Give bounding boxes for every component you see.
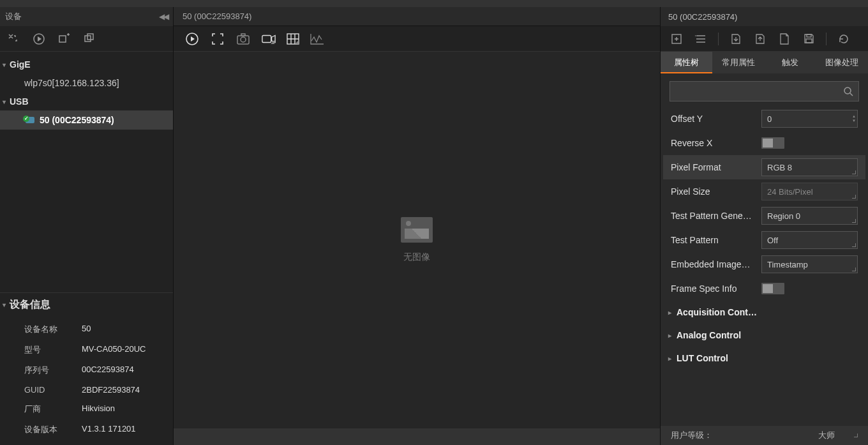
device-item-50[interactable]: 50 (00C22593874) (0, 110, 173, 130)
toggle[interactable] (761, 283, 784, 294)
combo-box[interactable]: Off (761, 231, 858, 249)
waveform-icon[interactable] (310, 32, 324, 46)
device-info-value: 2BDF22593874 (82, 385, 140, 395)
toggle[interactable] (761, 137, 784, 149)
right-panel-title: 50 (00C22593874) (668, 12, 737, 22)
property-label: Embedded Image… (671, 259, 761, 269)
fullscreen-icon[interactable] (211, 32, 225, 46)
svg-rect-1 (59, 36, 66, 42)
device-info-label: 设备版本 (24, 424, 82, 435)
search-icon[interactable] (843, 86, 853, 96)
device-info-label: 序列号 (24, 365, 82, 376)
collapse-left-icon[interactable]: ◀◀ (159, 12, 168, 21)
property-search[interactable] (670, 81, 859, 102)
export-config-icon[interactable] (753, 32, 767, 46)
device-info-label: 厂商 (24, 404, 82, 415)
user-level-value[interactable]: 大师 (818, 430, 835, 441)
resize-handle-icon (852, 243, 856, 247)
svg-point-11 (695, 35, 696, 36)
property-label: Reverse X (671, 138, 761, 148)
property-label: Test Pattern Gene… (671, 211, 761, 221)
device-item-wlp7s0[interactable]: wlp7s0[192.168.123.36] (0, 73, 173, 93)
play-device-icon[interactable] (32, 32, 46, 46)
device-info-label: 型号 (24, 344, 82, 356)
dropdown-corner-icon[interactable]: ◢ (295, 39, 299, 45)
no-image-text: 无图像 (403, 252, 430, 263)
chevron-down-icon: ▾ (3, 61, 6, 68)
svg-point-7 (241, 37, 246, 42)
property-row: Reverse X (663, 131, 865, 155)
expand-all-icon[interactable] (670, 32, 684, 46)
add-device-icon[interactable] (57, 32, 71, 46)
device-info-label: 设备名称 (24, 324, 82, 335)
property-row: Test Pattern Gene…Region 0 (663, 204, 865, 228)
refresh-icon[interactable] (837, 32, 851, 46)
device-info-row: GUID2BDF22593874 (24, 381, 165, 399)
property-search-input[interactable] (675, 87, 843, 96)
device-group-usb[interactable]: ▾USB (0, 93, 173, 110)
property-group[interactable]: ▸Acquisition Cont… (663, 301, 865, 324)
auto-detect-icon[interactable] (6, 32, 20, 46)
device-tree: ▾GigE wlp7s0[192.168.123.36] ▾USB 50 (00… (0, 52, 173, 292)
tab-常用属性[interactable]: 常用属性 (712, 52, 764, 73)
dropdown-corner-icon[interactable]: ◢ (271, 39, 274, 45)
device-info-header[interactable]: ▾设备信息 (0, 292, 173, 317)
chevron-down-icon: ▾ (3, 301, 6, 308)
property-label: Test Pattern (671, 235, 761, 245)
property-label: Offset Y (671, 114, 761, 124)
resize-handle-icon[interactable] (854, 434, 858, 437)
property-row: Frame Spec Info (663, 276, 865, 301)
collapse-all-icon[interactable] (694, 32, 708, 46)
resize-handle-icon (852, 195, 856, 199)
combo-box[interactable]: Timestamp (761, 255, 858, 273)
camera-connected-icon (24, 116, 34, 124)
tab-触发[interactable]: 触发 (765, 52, 816, 73)
property-label: Frame Spec Info (671, 283, 761, 294)
device-info-value: 00C22593874 (82, 365, 134, 376)
svg-rect-13 (806, 39, 812, 43)
property-group[interactable]: ▸Analog Control (663, 324, 865, 347)
chevron-right-icon: ▸ (668, 309, 671, 316)
property-row: Pixel FormatRGB 8 (663, 155, 865, 179)
device-info-row: 型号MV-CA050-20UC (24, 340, 165, 360)
clone-device-icon[interactable] (83, 32, 97, 46)
device-info-value: Hikvision (82, 404, 115, 415)
resize-handle-icon (852, 219, 856, 223)
spin-input[interactable]: 0▲▼ (761, 110, 858, 128)
resize-handle-icon (852, 268, 856, 271)
combo-box[interactable]: RGB 8 (761, 158, 858, 176)
property-label: Pixel Size (671, 186, 761, 197)
device-info-label: GUID (24, 385, 82, 395)
import-config-icon[interactable] (729, 32, 743, 46)
snapshot-icon[interactable] (236, 32, 250, 46)
device-info-value: 50 (82, 324, 91, 335)
readonly-value: 24 Bits/Pixel (761, 183, 858, 200)
svg-rect-12 (807, 34, 811, 37)
chevron-right-icon: ▸ (668, 332, 671, 339)
new-file-icon[interactable] (777, 32, 791, 46)
property-group[interactable]: ▸LUT Control (663, 347, 865, 370)
no-image-icon (401, 217, 433, 243)
device-info-value: V1.3.1 171201 (82, 424, 136, 435)
device-info-row: 设备名称50 (24, 319, 165, 340)
property-row: Offset Y0▲▼ (663, 107, 865, 131)
save-icon[interactable] (802, 32, 816, 46)
device-group-gige[interactable]: ▾GigE (0, 56, 173, 73)
device-info-row: 设备版本V1.3.1 171201 (24, 419, 165, 440)
property-row: Test PatternOff (663, 228, 865, 252)
view-tab[interactable]: 50 (00C22593874) (183, 11, 251, 21)
property-row: Pixel Size24 Bits/Pixel (663, 179, 865, 204)
chevron-down-icon: ▾ (3, 98, 6, 105)
device-info-value: MV-CA050-20UC (82, 344, 146, 356)
user-level-label: 用户等级： (671, 430, 712, 440)
svg-rect-8 (262, 35, 271, 42)
tab-图像处理[interactable]: 图像处理 (816, 52, 868, 73)
spin-up-icon[interactable]: ▲ (852, 115, 856, 118)
combo-box[interactable]: Region 0 (761, 207, 858, 225)
spin-down-icon[interactable]: ▼ (852, 119, 856, 123)
device-panel-title: 设备 (5, 11, 22, 22)
play-stream-icon[interactable] (185, 32, 199, 46)
chevron-right-icon: ▸ (668, 355, 671, 362)
tab-属性树[interactable]: 属性树 (661, 52, 712, 73)
svg-rect-6 (241, 34, 245, 36)
